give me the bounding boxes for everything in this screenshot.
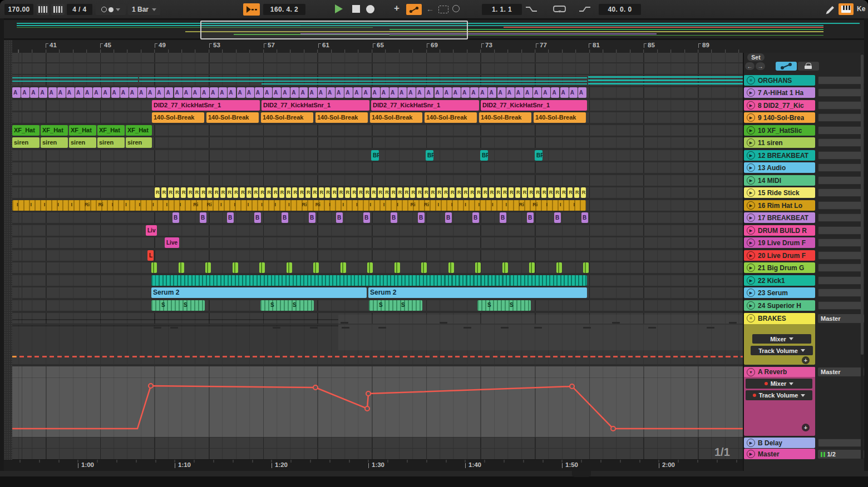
clip[interactable] xyxy=(151,262,157,273)
clip[interactable]: A xyxy=(353,87,362,98)
clip[interactable]: R xyxy=(181,187,186,198)
track-header-6[interactable]: ▶12 BREAKBEAT xyxy=(744,150,815,161)
clip[interactable]: B xyxy=(363,212,370,223)
clip[interactable]: R xyxy=(168,187,173,198)
arrangement-lane-live-drum-20[interactable] xyxy=(12,250,743,261)
clip[interactable]: R xyxy=(397,187,402,198)
lock-button[interactable] xyxy=(798,62,819,71)
play-icon[interactable]: ▶ xyxy=(747,188,755,197)
vertical-scrollbar[interactable] xyxy=(861,53,864,459)
clip[interactable]: R xyxy=(312,187,317,198)
clip[interactable]: A xyxy=(84,87,92,98)
clip[interactable]: 140-Sol-Break xyxy=(425,112,477,123)
clip[interactable]: R xyxy=(259,187,264,198)
clip[interactable]: R xyxy=(325,187,330,198)
clip[interactable] xyxy=(313,262,319,273)
clip[interactable]: A xyxy=(336,87,344,98)
punch-out-icon[interactable] xyxy=(579,6,591,13)
clip[interactable]: A xyxy=(201,87,209,98)
track-header-18[interactable]: ▶24 Superior H xyxy=(744,300,815,311)
clip[interactable]: L xyxy=(147,250,154,261)
clip[interactable]: XF_Hat xyxy=(69,125,96,136)
arrangement-lane-breakbeat-17[interactable] xyxy=(12,212,743,223)
clip[interactable]: R xyxy=(194,187,199,198)
midi-keyboard-button[interactable] xyxy=(839,3,854,15)
clip[interactable]: XF_Hat xyxy=(12,125,40,136)
play-icon[interactable]: ▶ xyxy=(747,276,755,285)
clip[interactable]: R xyxy=(371,187,376,198)
clip[interactable]: R xyxy=(233,187,238,198)
clip[interactable]: A xyxy=(542,87,550,98)
track-header-master[interactable]: ▶Master xyxy=(744,449,815,459)
re-enable-automation-button[interactable]: ← xyxy=(426,4,434,13)
clip[interactable]: BR xyxy=(535,150,542,161)
clip[interactable]: R xyxy=(515,187,520,198)
play-icon[interactable]: ▶ xyxy=(747,126,755,135)
clip[interactable]: R xyxy=(200,187,205,198)
clip[interactable]: XF_Hat xyxy=(41,125,68,136)
automation-mode-button[interactable] xyxy=(406,4,422,15)
arrangement-overview[interactable] xyxy=(4,20,864,38)
clip[interactable]: R xyxy=(332,187,337,198)
play-icon[interactable]: ▶ xyxy=(747,138,755,147)
clip[interactable] xyxy=(475,262,481,273)
arrangement-lane-live-drum-19[interactable] xyxy=(12,237,743,248)
clip[interactable]: 140-Sol-Break xyxy=(315,112,368,123)
clip[interactable]: R xyxy=(391,187,396,198)
clip[interactable] xyxy=(502,262,508,273)
play-icon[interactable]: ▶ xyxy=(747,289,755,297)
clip[interactable]: R xyxy=(568,187,573,198)
clip[interactable]: A xyxy=(264,87,272,98)
group-icon[interactable]: ≡ xyxy=(747,314,755,322)
clip[interactable]: R xyxy=(266,187,271,198)
clip[interactable]: B xyxy=(309,212,315,223)
clip[interactable]: A xyxy=(111,87,120,98)
track-header-7[interactable]: ▶13 Audio xyxy=(744,162,815,173)
clip[interactable]: A xyxy=(165,87,173,98)
clip[interactable]: 140-Sol-Break xyxy=(206,112,259,123)
clip[interactable]: R xyxy=(286,187,291,198)
clip[interactable]: R xyxy=(469,187,474,198)
track-header-2[interactable]: ▶8 DID2_77_Kic xyxy=(744,100,815,111)
clip[interactable]: R xyxy=(338,187,343,198)
track-header-1[interactable]: ▶7 A-HiHat 1 Ha xyxy=(744,87,815,98)
play-icon[interactable]: ▶ xyxy=(747,163,755,172)
clip[interactable]: R xyxy=(528,187,533,198)
clip[interactable]: A xyxy=(560,87,569,98)
track-header-16[interactable]: ▶22 Kick1 xyxy=(744,275,815,286)
clip[interactable]: A xyxy=(470,87,479,98)
clip[interactable] xyxy=(583,262,589,273)
follow-button[interactable] xyxy=(243,3,260,16)
play-icon[interactable]: ▶ xyxy=(747,176,755,185)
add-scene-button[interactable]: + xyxy=(394,3,400,14)
clip[interactable]: R xyxy=(161,187,166,198)
clip[interactable]: R xyxy=(207,187,212,198)
fold-icon[interactable]: ▼ xyxy=(747,368,755,376)
clip[interactable]: A xyxy=(39,87,47,98)
overview-view-box[interactable] xyxy=(200,21,468,39)
clip[interactable]: R xyxy=(345,187,350,198)
clip[interactable]: R xyxy=(410,187,415,198)
prev-locator-button[interactable]: ← xyxy=(745,62,754,70)
clip[interactable]: R xyxy=(443,187,448,198)
tempo-field[interactable]: 170.00 xyxy=(4,4,33,15)
automation-lane[interactable] xyxy=(12,366,743,437)
clip[interactable]: A xyxy=(551,87,559,98)
clip[interactable]: R xyxy=(240,187,245,198)
clip[interactable]: BR xyxy=(371,150,379,161)
clip[interactable]: B xyxy=(336,212,343,223)
clip[interactable]: R xyxy=(299,187,304,198)
quantize-menu[interactable]: 1 Bar xyxy=(128,4,160,15)
reverb-param-chooser[interactable]: Track Volume xyxy=(746,390,812,400)
reverb-output-chooser[interactable]: Master xyxy=(818,367,864,376)
clip[interactable]: siren xyxy=(12,137,40,148)
track-header-b-delay[interactable]: ▶B Delay xyxy=(744,438,815,448)
clip[interactable]: R xyxy=(188,187,193,198)
track-header-11[interactable]: ▶17 BREAKBEAT xyxy=(744,212,815,223)
clip[interactable]: A xyxy=(416,87,425,98)
clip[interactable]: A xyxy=(219,87,227,98)
draw-mode-pencil-icon[interactable] xyxy=(825,4,836,14)
clip[interactable]: A xyxy=(515,87,524,98)
key-map-label[interactable]: Ke xyxy=(857,5,865,13)
clip[interactable]: BR xyxy=(426,150,433,161)
